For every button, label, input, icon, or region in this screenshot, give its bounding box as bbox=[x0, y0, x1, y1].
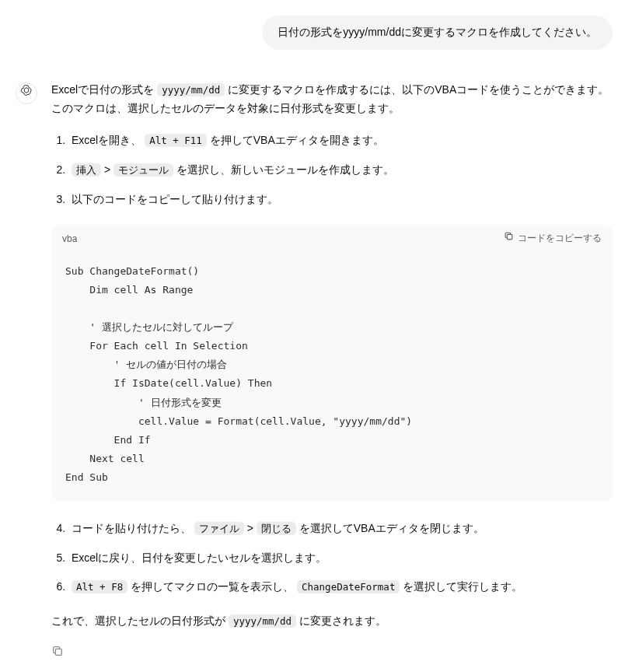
text: コードを貼り付けたら、 bbox=[72, 522, 194, 534]
code-language-label: vba bbox=[62, 231, 77, 247]
assistant-row: Excelで日付の形式を yyyy/mm/dd に変更するマクロを作成するには、… bbox=[12, 81, 620, 663]
text: これで、選択したセルの日付形式が bbox=[51, 614, 229, 627]
inline-code: ChangeDateFormat bbox=[297, 580, 400, 593]
text: を押してマクロの一覧を表示し、 bbox=[127, 580, 297, 593]
text: を選択し、新しいモジュールを作成します。 bbox=[173, 163, 394, 176]
inline-code: yyyy/mm/dd bbox=[229, 614, 296, 628]
inline-code: yyyy/mm/dd bbox=[157, 83, 225, 96]
list-item: 挿入 > モジュール を選択し、新しいモジュールを作成します。 bbox=[68, 161, 613, 180]
code-content[interactable]: Sub ChangeDateFormat() Dim cell As Range… bbox=[51, 251, 613, 501]
svg-rect-1 bbox=[55, 649, 61, 655]
inline-code: モジュール bbox=[113, 163, 173, 177]
inline-code: Alt + F8 bbox=[72, 580, 127, 593]
copy-label: コードをコピーする bbox=[518, 231, 602, 247]
assistant-content: Excelで日付の形式を yyyy/mm/dd に変更するマクロを作成するには、… bbox=[51, 81, 620, 663]
text: Excelを開き、 bbox=[72, 134, 145, 146]
text: を選択してVBAエディタを閉じます。 bbox=[296, 522, 484, 534]
copy-response-button[interactable] bbox=[51, 645, 613, 663]
steps-list-top: Excelを開き、 Alt + F11 を押してVBAエディタを開きます。 挿入… bbox=[51, 131, 613, 208]
text: を選択して実行します。 bbox=[400, 580, 522, 593]
svg-rect-0 bbox=[507, 235, 512, 240]
inline-code: 閉じる bbox=[257, 522, 296, 535]
inline-code: Alt + F11 bbox=[145, 134, 207, 147]
text: > bbox=[244, 522, 257, 534]
text: に変更されます。 bbox=[296, 614, 386, 627]
copy-code-button[interactable]: コードをコピーする bbox=[504, 231, 602, 247]
inline-code: 挿入 bbox=[72, 163, 101, 177]
user-message-row: 日付の形式をyyyy/mm/ddに変更するマクロを作成してください。 bbox=[12, 16, 620, 50]
list-item: Alt + F8 を押してマクロの一覧を表示し、 ChangeDateForma… bbox=[68, 578, 613, 597]
inline-code: ファイル bbox=[194, 522, 244, 535]
text: Excelで日付の形式を bbox=[51, 83, 157, 96]
copy-icon bbox=[51, 647, 64, 660]
assistant-avatar bbox=[16, 82, 37, 104]
text: > bbox=[101, 163, 113, 176]
copy-icon bbox=[504, 231, 514, 247]
text: Excelに戻り、日付を変更したいセルを選択します。 bbox=[72, 551, 326, 564]
list-item: Excelに戻り、日付を変更したいセルを選択します。 bbox=[68, 549, 613, 568]
code-header: vba コードをコピーする bbox=[51, 225, 613, 251]
outro-paragraph: これで、選択したセルの日付形式が yyyy/mm/dd に変更されます。 bbox=[51, 612, 613, 631]
code-block: vba コードをコピーする Sub ChangeDateFormat() Dim… bbox=[51, 225, 613, 501]
intro-paragraph: Excelで日付の形式を yyyy/mm/dd に変更するマクロを作成するには、… bbox=[51, 81, 613, 118]
text: を押してVBAエディタを開きます。 bbox=[207, 134, 384, 146]
list-item: Excelを開き、 Alt + F11 を押してVBAエディタを開きます。 bbox=[68, 131, 613, 150]
text: 以下のコードをコピーして貼り付けます。 bbox=[72, 193, 278, 205]
list-item: 以下のコードをコピーして貼り付けます。 bbox=[68, 191, 613, 209]
user-message-text: 日付の形式をyyyy/mm/ddに変更するマクロを作成してください。 bbox=[278, 26, 597, 38]
list-item: コードを貼り付けたら、 ファイル > 閉じる を選択してVBAエディタを閉じます… bbox=[68, 520, 613, 538]
user-message-bubble: 日付の形式をyyyy/mm/ddに変更するマクロを作成してください。 bbox=[262, 16, 613, 50]
openai-logo-icon bbox=[20, 84, 33, 103]
steps-list-bottom: コードを貼り付けたら、 ファイル > 閉じる を選択してVBAエディタを閉じます… bbox=[51, 520, 613, 597]
